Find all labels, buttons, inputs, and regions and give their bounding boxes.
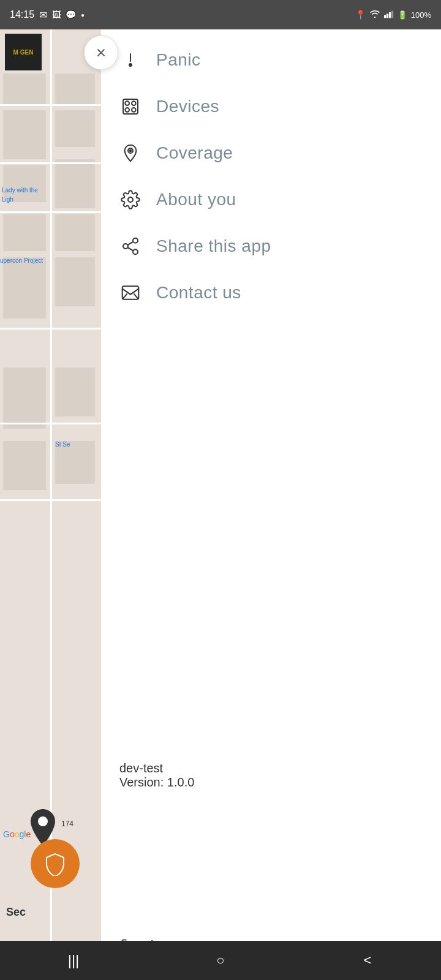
version-info: dev-test Version: 1.0.0 (101, 743, 441, 802)
svg-point-17 (133, 238, 138, 243)
dot-indicator: ● (81, 12, 85, 18)
contact-us-label: Contact us (156, 283, 241, 303)
devices-icon (119, 96, 141, 118)
battery-icon: 🔋 (398, 10, 407, 20)
panic-label: Panic (156, 50, 201, 70)
svg-line-23 (123, 293, 127, 299)
battery-percent: 100% (411, 10, 431, 20)
side-panel: Panic Devices (101, 0, 441, 980)
nav-bar: ||| ○ < (0, 941, 441, 980)
nav-recents-button[interactable]: ||| (55, 948, 92, 973)
map-label-1: Lady with the (2, 187, 38, 194)
share-app-label: Share this app (156, 236, 271, 256)
svg-point-12 (125, 108, 129, 112)
svg-point-11 (132, 101, 136, 105)
menu-item-devices[interactable]: Devices (101, 83, 441, 130)
close-button[interactable] (84, 36, 118, 70)
menu-item-contact-us[interactable]: Contact us (101, 270, 441, 316)
settings-icon (119, 189, 141, 211)
map-number-174: 174 (61, 820, 74, 828)
status-right: 📍 🔋 100% (355, 10, 431, 20)
svg-point-13 (132, 108, 136, 112)
nav-home-button[interactable]: ○ (202, 948, 239, 973)
svg-rect-4 (391, 10, 393, 18)
svg-point-8 (129, 64, 132, 66)
status-bar: 14:15 ✉ 🖼 💬 ● 📍 🔋 100% (0, 0, 441, 29)
bottom-spacer (101, 802, 441, 924)
svg-point-10 (125, 101, 129, 105)
location-icon: 📍 (355, 10, 366, 20)
google-label: Google (3, 829, 31, 839)
gallery-icon: 🖼 (52, 10, 61, 20)
menu-item-panic[interactable]: Panic (101, 37, 441, 83)
share-icon (119, 235, 141, 257)
about-you-label: About you (156, 190, 236, 209)
mail-icon: ✉ (39, 9, 47, 21)
map-label-2: Ligh (2, 196, 13, 203)
devices-label: Devices (156, 97, 219, 116)
svg-rect-2 (386, 13, 388, 18)
svg-point-0 (38, 816, 48, 826)
map-label-4: St Se (55, 441, 70, 448)
status-time: 14:15 (10, 9, 34, 20)
menu-item-coverage[interactable]: Coverage (101, 130, 441, 176)
menu-spacer (101, 316, 441, 743)
version-env: dev-test (119, 761, 423, 775)
svg-point-15 (130, 150, 132, 152)
exclamation-icon (119, 49, 141, 71)
nav-home-icon: ○ (216, 952, 224, 968)
menu-list: Panic Devices (101, 0, 441, 980)
status-left: 14:15 ✉ 🖼 💬 ● (10, 9, 85, 21)
logo-text: M GEN (13, 49, 34, 56)
nav-back-button[interactable]: < (349, 948, 386, 973)
map-label-3: upercon Project (0, 257, 43, 264)
coverage-icon (119, 142, 141, 164)
svg-point-19 (133, 249, 138, 254)
svg-line-20 (127, 247, 133, 251)
version-number: Version: 1.0.0 (119, 775, 423, 790)
nav-recents-icon: ||| (68, 952, 80, 969)
menu-item-about-you[interactable]: About you (101, 176, 441, 223)
logo-box: M GEN (5, 34, 42, 70)
signal-icon (384, 10, 394, 20)
svg-rect-1 (384, 15, 386, 18)
wifi-icon (369, 10, 380, 20)
svg-point-18 (123, 244, 128, 249)
bubble-icon: 💬 (66, 10, 76, 20)
security-fab[interactable] (31, 839, 80, 888)
svg-line-24 (134, 293, 138, 299)
svg-point-16 (128, 197, 133, 202)
sec-label: Sec (6, 906, 26, 919)
svg-rect-3 (389, 12, 391, 18)
envelope-icon (119, 282, 141, 304)
svg-rect-9 (123, 99, 138, 114)
menu-item-share-app[interactable]: Share this app (101, 223, 441, 270)
nav-back-icon: < (364, 952, 372, 968)
coverage-label: Coverage (156, 143, 233, 163)
svg-line-21 (127, 242, 133, 245)
